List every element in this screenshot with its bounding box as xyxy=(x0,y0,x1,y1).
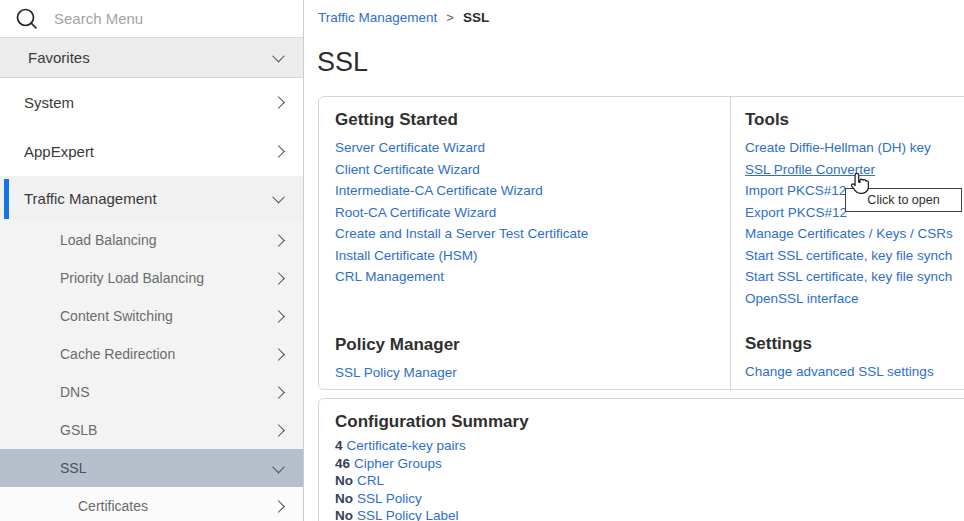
sidebar-item-label: Content Switching xyxy=(60,308,173,324)
client-certificate-wizard-link[interactable]: Client Certificate Wizard xyxy=(335,159,714,181)
tools-links: Create Diffie-Hellman (DH) keySSL Profil… xyxy=(745,137,964,309)
chevron-icon xyxy=(272,386,285,399)
sidebar-item-ssl[interactable]: SSL xyxy=(0,449,303,487)
config-summary-value: No xyxy=(335,491,353,506)
card-right-column: Tools Create Diffie-Hellman (DH) keySSL … xyxy=(731,97,964,389)
crl-management-link[interactable]: CRL Management xyxy=(335,266,714,288)
breadcrumb-link-traffic-management[interactable]: Traffic Management xyxy=(318,10,437,25)
sidebar-item-priority-load-balancing[interactable]: Priority Load Balancing xyxy=(0,259,303,297)
chevron-icon xyxy=(272,272,285,285)
breadcrumb: Traffic Management > SSL xyxy=(318,10,489,25)
sidebar-search[interactable] xyxy=(0,0,303,38)
sidebar: Favorites System AppExpert Traffic Manag… xyxy=(0,0,304,521)
search-icon xyxy=(15,7,39,31)
sidebar-item-label: Certificates xyxy=(78,498,148,514)
config-summary-row: NoSSL Policy Label xyxy=(335,507,964,521)
start-ssl-certificate-key-file-synch-link[interactable]: Start SSL certificate, key file synch xyxy=(745,245,964,267)
sidebar-item-label: SSL xyxy=(60,460,86,476)
chevron-icon xyxy=(272,191,285,204)
sidebar-item-label: Favorites xyxy=(28,49,90,66)
start-ssl-certificate-key-file-synch-link[interactable]: Start SSL certificate, key file synch xyxy=(745,266,964,288)
sidebar-item-label: AppExpert xyxy=(24,143,94,160)
config-summary-link[interactable]: SSL Policy Label xyxy=(357,508,459,521)
sidebar-item-dns[interactable]: DNS xyxy=(0,373,303,411)
page-title: SSL xyxy=(317,47,368,78)
sidebar-item-label: System xyxy=(24,94,74,111)
settings-heading: Settings xyxy=(745,333,964,355)
server-certificate-wizard-link[interactable]: Server Certificate Wizard xyxy=(335,137,714,159)
root-ca-certificate-wizard-link[interactable]: Root-CA Certificate Wizard xyxy=(335,202,714,224)
card-left-column: Getting Started Server Certificate Wizar… xyxy=(319,97,731,389)
configuration-summary-rows: 4Certificate-key pairs 46Cipher Groups N… xyxy=(335,437,964,521)
configuration-summary-card: Configuration Summary 4Certificate-key p… xyxy=(318,398,964,521)
sidebar-item-favorites[interactable]: Favorites xyxy=(0,38,303,78)
sidebar-item-load-balancing[interactable]: Load Balancing xyxy=(0,221,303,259)
config-summary-value: No xyxy=(335,508,353,521)
config-summary-link[interactable]: SSL Policy xyxy=(357,491,422,506)
policy-manager-heading: Policy Manager xyxy=(335,334,714,356)
config-summary-row: 46Cipher Groups xyxy=(335,455,964,473)
install-certificate-hsm-link[interactable]: Install Certificate (HSM) xyxy=(335,245,714,267)
sidebar-item-label: Traffic Management xyxy=(24,190,157,207)
config-summary-value: No xyxy=(335,473,353,488)
getting-started-heading: Getting Started xyxy=(335,109,714,131)
config-summary-row: 4Certificate-key pairs xyxy=(335,437,964,455)
sidebar-item-appexpert[interactable]: AppExpert xyxy=(0,127,303,176)
breadcrumb-separator-icon: > xyxy=(446,10,454,25)
settings-links: Change advanced SSL settings xyxy=(745,361,964,383)
chevron-icon xyxy=(272,424,285,437)
ssl-policy-manager-link[interactable]: SSL Policy Manager xyxy=(335,362,714,384)
app-window: Favorites System AppExpert Traffic Manag… xyxy=(0,0,964,521)
chevron-icon xyxy=(272,500,285,513)
sidebar-item-cache-redirection[interactable]: Cache Redirection xyxy=(0,335,303,373)
configuration-summary-heading: Configuration Summary xyxy=(335,411,964,433)
intermediate-ca-certificate-wizard-link[interactable]: Intermediate-CA Certificate Wizard xyxy=(335,180,714,202)
config-summary-value: 46 xyxy=(335,456,350,471)
chevron-icon xyxy=(272,234,285,247)
config-summary-value: 4 xyxy=(335,438,343,453)
search-input[interactable] xyxy=(54,10,291,27)
sidebar-item-certificates[interactable]: Certificates xyxy=(0,487,303,521)
config-summary-link[interactable]: Certificate-key pairs xyxy=(347,438,466,453)
sidebar-item-gslb[interactable]: GSLB xyxy=(0,411,303,449)
manage-certificates-keys-csrs-link[interactable]: Manage Certificates / Keys / CSRs xyxy=(745,223,964,245)
chevron-icon xyxy=(272,145,285,158)
sidebar-item-content-switching[interactable]: Content Switching xyxy=(0,297,303,335)
create-diffie-hellman-dh-key-link[interactable]: Create Diffie-Hellman (DH) key xyxy=(745,137,964,159)
breadcrumb-current: SSL xyxy=(463,10,489,25)
change-advanced-ssl-settings-link[interactable]: Change advanced SSL settings xyxy=(745,361,964,383)
sidebar-item-system[interactable]: System xyxy=(0,78,303,127)
policy-manager-links: SSL Policy Manager xyxy=(335,362,714,384)
config-summary-link[interactable]: CRL xyxy=(357,473,384,488)
config-summary-row: NoCRL xyxy=(335,472,964,490)
sidebar-item-traffic-management[interactable]: Traffic Management xyxy=(0,176,303,221)
sidebar-nav: Favorites System AppExpert Traffic Manag… xyxy=(0,38,303,521)
ssl-profile-converter-link[interactable]: SSL Profile Converter xyxy=(745,159,964,181)
sidebar-item-label: DNS xyxy=(60,384,90,400)
config-summary-link[interactable]: Cipher Groups xyxy=(354,456,442,471)
sidebar-item-label: Load Balancing xyxy=(60,232,157,248)
tools-heading: Tools xyxy=(745,109,964,131)
getting-started-links: Server Certificate WizardClient Certific… xyxy=(335,137,714,288)
sidebar-item-label: GSLB xyxy=(60,422,97,438)
openssl-interface-link[interactable]: OpenSSL interface xyxy=(745,288,964,310)
chevron-icon xyxy=(272,348,285,361)
sidebar-item-label: Priority Load Balancing xyxy=(60,270,204,286)
tooltip: Click to open xyxy=(845,188,962,212)
create-and-install-a-server-test-certificate-link[interactable]: Create and Install a Server Test Certifi… xyxy=(335,223,714,245)
chevron-icon xyxy=(272,310,285,323)
sidebar-item-label: Cache Redirection xyxy=(60,346,175,362)
ssl-overview-card: Getting Started Server Certificate Wizar… xyxy=(318,96,964,390)
config-summary-row: NoSSL Policy xyxy=(335,490,964,508)
chevron-icon xyxy=(272,96,285,109)
chevron-icon xyxy=(272,50,285,63)
chevron-icon xyxy=(272,460,285,473)
